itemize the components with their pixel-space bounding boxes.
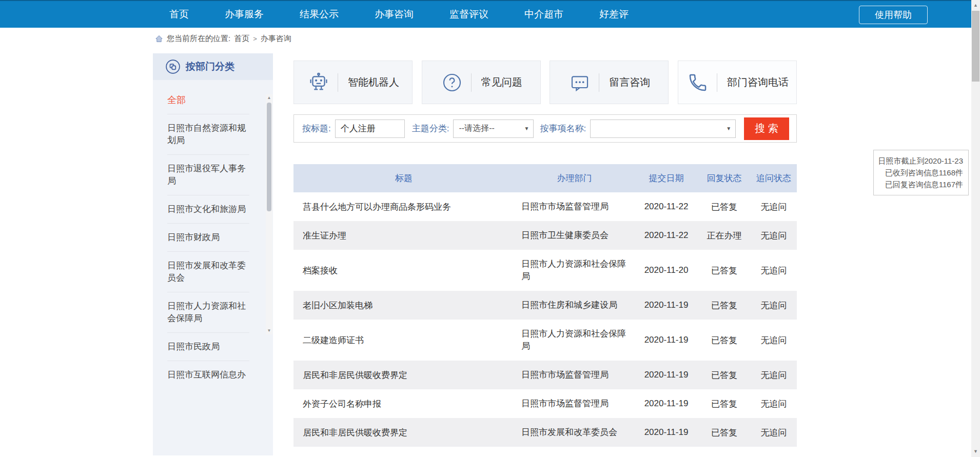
row-department: 日照市住房和城乡建设局 [514,291,635,320]
quick-link-robot[interactable]: 智能机器人 [293,61,413,104]
row-follow-status: 无追问 [751,398,797,410]
row-department: 日照市卫生健康委员会 [514,221,635,250]
table-row[interactable]: 老旧小区加装电梯 日照市住房和城乡建设局 2020-11-19 已答复 无追问 [293,291,797,320]
row-title[interactable]: 居民和非居民供暖收费界定 [293,427,514,439]
sidebar-department-item[interactable]: 日照市退役军人事务局 [167,155,249,195]
divider [717,73,717,92]
help-button[interactable]: 使用帮助 [859,6,928,24]
breadcrumb-current: 办事咨询 [261,34,291,44]
divider [599,73,599,92]
nav-item-agency-market[interactable]: 中介超市 [524,8,563,21]
row-title[interactable]: 外资子公司名称申报 [293,398,514,410]
sidebar-department-item[interactable]: 日照市自然资源和规划局 [167,114,249,155]
sidebar-scroll-down-icon[interactable]: ▼ [266,327,272,334]
sidebar-department-item[interactable]: 日照市发展和改革委员会 [167,252,249,292]
row-follow-status: 无追问 [751,230,797,242]
home-icon [155,35,163,43]
nav-item-home[interactable]: 首页 [169,8,189,21]
table-row[interactable]: 居民和非居民供暖收费界定 日照市市场监督管理局 2020-11-19 已答复 无… [293,361,797,389]
row-title[interactable]: 二级建造师证书 [293,334,514,346]
stats-box: 日照市截止到2020-11-23 已收到咨询信息1168件 已回复咨询信息116… [873,150,969,195]
row-title[interactable]: 莒县什么地方可以办理商品条形码业务 [293,201,514,213]
row-follow-status: 无追问 [751,427,797,439]
sidebar-item-label: 日照市互联网信息办 [167,370,246,380]
nav-item-results[interactable]: 结果公示 [300,8,339,21]
title-search-input[interactable] [335,120,405,138]
stats-line-replied: 已回复咨询信息1167件 [877,178,963,190]
chevron-down-icon: ▼ [726,126,731,131]
search-button[interactable]: 搜 索 [744,117,789,140]
row-reply-status: 已答复 [698,398,751,410]
row-department: 日照市市场监督管理局 [514,192,635,221]
page-scroll-up-icon[interactable]: ▲ [971,1,980,10]
breadcrumb-home-link[interactable]: 首页 [234,34,249,44]
sidebar-scrollbar-thumb[interactable] [267,103,271,211]
sidebar-department-item[interactable]: 日照市文化和旅游局 [167,195,249,224]
sidebar-scrollbar[interactable]: ▲ ▼ [266,94,272,334]
quick-link-phone[interactable]: 部门咨询电话 [678,61,797,104]
chevron-down-icon: ▼ [524,126,530,131]
department-sidebar: 按部门分类 全部 日照市自然资源和规划局 日照市退役军人事务局 日照市文化和旅游… [153,53,273,455]
row-title[interactable]: 居民和非居民供暖收费界定 [293,369,514,381]
page-scrollbar[interactable]: ▲ ▼ [971,0,980,457]
breadcrumb-separator: > [253,35,257,43]
row-date: 2020-11-19 [635,427,698,438]
sidebar-department-item[interactable]: 全部 [167,86,249,114]
row-reply-status: 已答复 [698,334,751,346]
row-follow-status: 无追问 [751,265,797,276]
col-header-title: 标题 [293,172,514,184]
breadcrumb: 您当前所在的位置: 首页 > 办事咨询 [155,29,291,48]
row-title[interactable]: 准生证办理 [293,230,514,242]
sidebar-item-label: 日照市文化和旅游局 [167,204,246,214]
title-search-label: 按标题: [302,123,331,134]
sidebar-item-label: 全部 [167,95,186,105]
breadcrumb-prefix: 您当前所在的位置: [167,34,230,44]
row-follow-status: 无追问 [751,334,797,346]
row-department: 日照市市场监督管理局 [514,389,635,418]
stats-line-date: 日照市截止到2020-11-23 [877,155,963,167]
col-header-department: 办理部门 [514,172,635,184]
table-row[interactable]: 准生证办理 日照市卫生健康委员会 2020-11-22 正在办理 无追问 [293,221,797,250]
row-date: 2020-11-19 [635,335,698,345]
category-select-value: --请选择-- [459,123,494,134]
nav-item-rating[interactable]: 好差评 [599,8,629,21]
search-panel: 按标题: 主题分类: --请选择-- ▼ 按事项名称: ▼ 搜 索 [293,114,797,143]
row-reply-status: 已答复 [698,427,751,439]
quick-link-label: 智能机器人 [348,75,399,89]
sidebar-department-item[interactable]: 日照市民政局 [167,333,249,361]
sidebar-header: 按部门分类 [153,53,273,80]
page-scroll-down-icon[interactable]: ▼ [971,447,980,456]
nav-item-services[interactable]: 办事服务 [225,8,264,21]
quick-link-faq[interactable]: 常见问题 [422,61,541,104]
row-date: 2020-11-19 [635,300,698,310]
table-row[interactable]: 莒县什么地方可以办理商品条形码业务 日照市市场监督管理局 2020-11-22 … [293,192,797,221]
sidebar-department-item[interactable]: 日照市人力资源和社会保障局 [167,292,249,333]
nav-item-consult[interactable]: 办事咨询 [375,8,414,21]
nav-item-supervision[interactable]: 监督评议 [449,8,488,21]
message-icon [568,72,592,93]
consultation-table: 标题 办理部门 提交日期 回复状态 追问状态 莒县什么地方可以办理商品条形码业务… [293,164,797,447]
table-row[interactable]: 二级建造师证书 日照市人力资源和社会保障局 2020-11-19 已答复 无追问 [293,320,797,361]
divider [471,73,472,92]
category-select[interactable]: --请选择-- ▼ [453,120,534,138]
row-date: 2020-11-22 [635,230,698,241]
col-header-date: 提交日期 [635,172,698,184]
row-reply-status: 已答复 [698,201,751,213]
table-row[interactable]: 档案接收 日照市人力资源和社会保障局 2020-11-20 已答复 无追问 [293,250,797,291]
page-scrollbar-thumb[interactable] [972,11,979,82]
row-title[interactable]: 老旧小区加装电梯 [293,300,514,311]
sidebar-scroll-up-icon[interactable]: ▲ [266,94,272,102]
phone-icon [686,72,710,93]
question-icon [440,72,464,93]
robot-icon [307,72,330,93]
quick-link-label: 留言咨询 [609,75,650,89]
table-row[interactable]: 居民和非居民供暖收费界定 日照市发展和改革委员会 2020-11-19 已答复 … [293,418,797,447]
quick-link-message[interactable]: 留言咨询 [550,61,669,104]
table-row[interactable]: 外资子公司名称申报 日照市市场监督管理局 2020-11-19 已答复 无追问 [293,389,797,418]
item-name-select[interactable]: ▼ [590,120,736,138]
row-department: 日照市市场监督管理局 [514,361,635,389]
row-title[interactable]: 档案接收 [293,265,514,276]
sidebar-department-item[interactable]: 日照市互联网信息办 [167,361,249,389]
quick-link-label: 部门咨询电话 [727,75,789,89]
sidebar-department-item[interactable]: 日照市财政局 [167,224,249,252]
